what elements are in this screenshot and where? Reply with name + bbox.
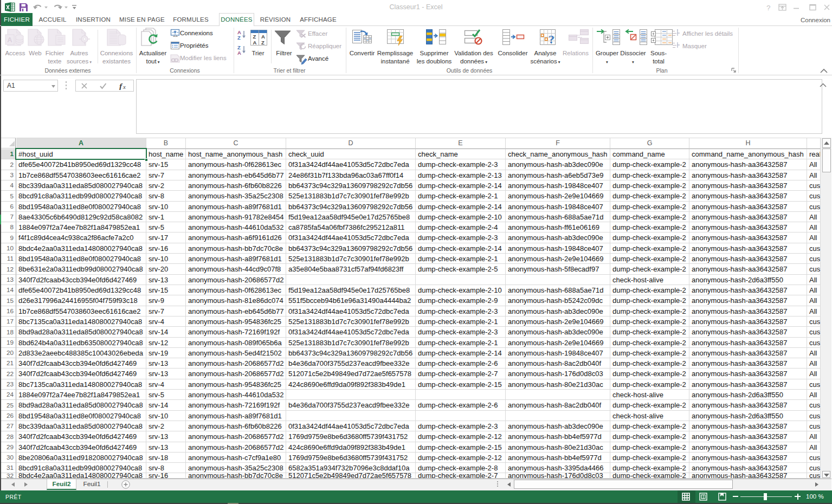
- svg-text:x: x: [122, 83, 126, 90]
- svg-text:Z: Z: [253, 34, 256, 40]
- svg-text:A: A: [253, 40, 257, 46]
- svg-text:A: A: [261, 34, 265, 40]
- svg-text:Z: Z: [237, 35, 241, 41]
- svg-text:?: ?: [549, 33, 554, 46]
- svg-text:A: A: [7, 36, 12, 44]
- svg-text:?: ?: [766, 4, 771, 12]
- svg-text:Z: Z: [261, 40, 265, 46]
- svg-text:f: f: [119, 82, 123, 90]
